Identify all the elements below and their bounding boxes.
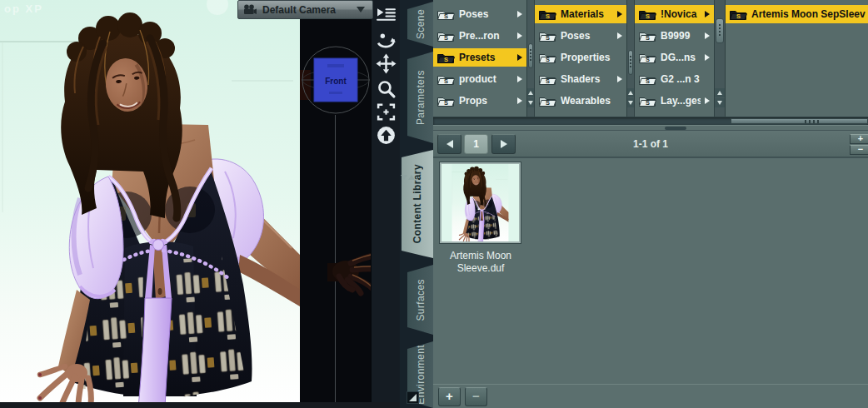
expand-arrow-icon <box>705 32 710 39</box>
folder-icon <box>638 117 656 117</box>
expand-arrow-icon <box>517 76 522 82</box>
tab-content-library[interactable]: Content Library <box>402 150 433 258</box>
folder-browser: Poses Pre...ron Presets product Prop <box>433 0 868 117</box>
content-library-panel: Poses Pre...ron Presets product Prop <box>433 0 868 408</box>
browser-horizontal-scrollbar[interactable] <box>433 117 868 125</box>
scroll-up-icon[interactable] <box>715 88 725 97</box>
folder-row[interactable]: Poses <box>433 5 526 23</box>
orbit-camera-icon[interactable] <box>376 30 397 51</box>
folder-row[interactable]: Properties <box>535 48 626 67</box>
pagination-bar: 1 1-1 of 1 + − <box>433 131 868 157</box>
folder-row[interactable]: Wearables <box>535 92 626 110</box>
folder-row[interactable]: B9999 <box>635 27 714 45</box>
expand-arrow-icon <box>617 32 622 39</box>
folder-row-selected[interactable]: !Novica <box>635 5 714 23</box>
library-item-filename: Artemis Moon Sleeve.duf <box>435 250 526 275</box>
folder-row[interactable]: Props <box>433 92 526 110</box>
folder-icon <box>538 73 556 86</box>
collapse-down-icon <box>401 175 407 180</box>
folder-column-4: Artemis Moon SepSleeve <box>726 0 868 117</box>
corner-arrow-icon <box>407 392 418 403</box>
column-scrollbar[interactable] <box>714 0 726 117</box>
folder-row-partial[interactable] <box>635 113 714 117</box>
library-item-thumbnail[interactable] <box>440 162 521 243</box>
folder-row[interactable]: Pre...ron <box>433 27 526 45</box>
folder-row-selected[interactable]: Materials <box>535 5 626 23</box>
panel-corner-arrow[interactable] <box>407 391 419 404</box>
folder-row-selected[interactable]: Artemis Moon SepSleeve <box>726 5 868 23</box>
folder-row[interactable]: DG...ns <box>635 48 714 67</box>
library-footer: + − <box>433 384 868 408</box>
expand-arrow-icon <box>705 54 710 61</box>
scroll-down-icon[interactable] <box>715 98 725 107</box>
folder-icon <box>436 30 455 42</box>
column-scrollbar[interactable] <box>626 0 635 117</box>
folder-column-1: Poses Pre...ron Presets product Prop <box>433 0 526 117</box>
folder-row[interactable]: Poses <box>535 27 626 45</box>
results-range-text: 1-1 of 1 <box>433 138 868 150</box>
folder-icon <box>436 52 455 64</box>
tab-parameters[interactable]: Parameters <box>407 52 433 143</box>
pan-camera-icon[interactable] <box>376 53 397 74</box>
viewport-bottom-edge <box>0 402 400 408</box>
folder-row-selected[interactable]: Presets <box>433 48 526 67</box>
panel-collapse-handle[interactable] <box>401 175 412 182</box>
pane-splitter[interactable] <box>433 125 868 131</box>
column-scrollbar[interactable] <box>526 0 535 117</box>
folder-row[interactable]: product <box>433 70 526 88</box>
camera-selector[interactable]: Default Camera <box>237 0 373 19</box>
folder-icon <box>638 8 656 21</box>
add-button[interactable]: + <box>438 387 461 406</box>
daz-studio-window: op XP Front <box>0 0 868 408</box>
expand-arrow-icon <box>517 32 522 39</box>
tab-scene[interactable]: Scene <box>407 2 433 47</box>
viewport-options-icon[interactable] <box>376 5 397 26</box>
scroll-up-icon[interactable] <box>527 88 534 97</box>
results-area: Artemis Moon Sleeve.duf <box>433 157 868 384</box>
expand-arrow-icon <box>705 97 710 104</box>
scroll-up-icon[interactable] <box>627 88 634 97</box>
folder-row[interactable]: Shaders <box>535 70 626 88</box>
side-tab-strip: Scene Parameters Content Library Surface… <box>400 0 433 408</box>
camera-selector-label: Default Camera <box>262 4 352 16</box>
expand-arrow-icon <box>517 54 522 61</box>
expand-arrow-icon <box>517 11 522 17</box>
scroll-down-icon[interactable] <box>527 98 534 107</box>
scrollbar-thumb[interactable] <box>628 50 633 75</box>
folder-icon <box>436 73 455 86</box>
expand-arrow-icon <box>617 76 622 82</box>
expand-arrow-icon <box>517 97 522 104</box>
folder-row[interactable]: Lay...ges <box>635 92 714 110</box>
camera-icon <box>242 4 257 15</box>
viewport-toolbar <box>371 0 400 408</box>
expand-arrow-icon <box>617 11 622 17</box>
folder-icon <box>638 52 656 64</box>
splitter-handle[interactable] <box>665 127 686 130</box>
frame-camera-icon[interactable] <box>376 102 397 122</box>
folder-column-3: !Novica B9999 DG...ns G2 ...n 3 Lay...ge… <box>635 0 714 117</box>
scrollbar-thumb[interactable] <box>528 43 533 68</box>
thumbnail-image <box>441 164 519 241</box>
view-cube-front-label: Front <box>325 77 347 86</box>
rendered-figure <box>0 0 300 408</box>
zoom-camera-icon[interactable] <box>376 78 397 99</box>
expand-arrow-icon <box>705 11 710 17</box>
folder-row[interactable]: G2 ...n 3 <box>635 70 714 88</box>
remove-button[interactable]: − <box>465 387 487 406</box>
folder-icon <box>538 52 556 64</box>
scroll-down-icon[interactable] <box>627 98 634 107</box>
chevron-down-icon <box>357 7 365 12</box>
folder-icon <box>436 95 455 107</box>
scrollbar-thumb[interactable] <box>731 118 868 124</box>
folder-icon <box>538 8 556 21</box>
viewport-canvas[interactable]: op XP <box>0 0 300 408</box>
viewport-watermark: op XP <box>4 2 43 15</box>
reset-camera-icon[interactable] <box>376 125 397 146</box>
thumbnail-size-decrease-button[interactable]: − <box>850 145 868 155</box>
collapse-up-icon <box>408 175 415 180</box>
tab-surfaces[interactable]: Surfaces <box>407 265 433 335</box>
folder-icon <box>638 95 656 107</box>
thumbnail-size-increase-button[interactable]: + <box>850 134 868 144</box>
view-cube[interactable]: Front <box>302 37 370 117</box>
scrollbar-thumb[interactable] <box>716 18 724 43</box>
